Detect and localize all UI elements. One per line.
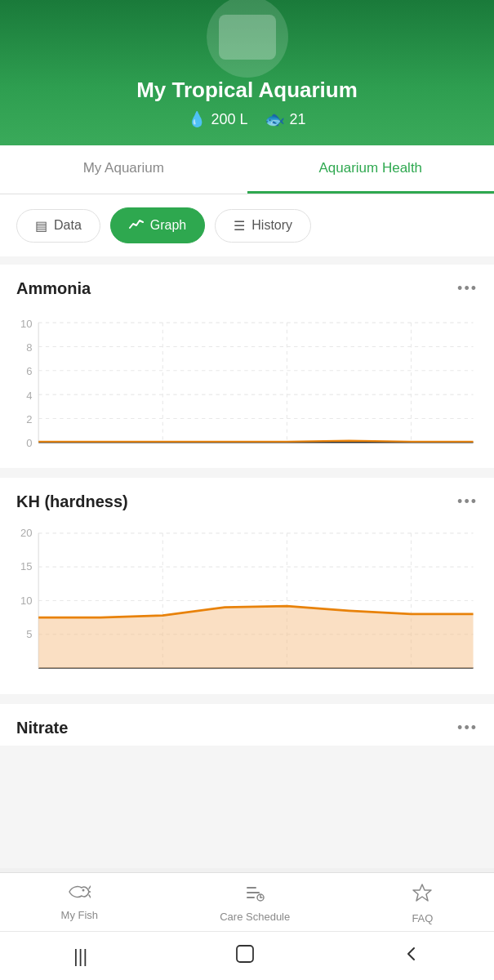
ammonia-chart-area: 10 8 6 4 2 0 [16, 311, 478, 453]
faq-nav-icon [412, 883, 433, 909]
svg-point-30 [82, 889, 85, 892]
svg-text:5: 5 [26, 628, 32, 640]
kh-chart-title: KH (hardness) [16, 492, 128, 511]
nav-my-fish[interactable]: My Fish [61, 883, 99, 924]
volume-value: 200 L [211, 111, 247, 128]
svg-text:8: 8 [26, 341, 32, 354]
kh-chart-area: 20 15 10 5 [16, 524, 478, 679]
nitrate-chart-title: Nitrate [16, 719, 68, 737]
nav-care-schedule-label: Care Schedule [220, 911, 290, 923]
nav-faq[interactable]: FAQ [412, 883, 433, 924]
tab-navigation: My Aquarium Aquarium Health [0, 145, 494, 194]
nav-my-fish-label: My Fish [61, 909, 99, 921]
system-back-button[interactable] [394, 937, 429, 976]
data-filter-icon: ▤ [35, 218, 47, 234]
fish-count-icon: 🐟 [265, 109, 285, 129]
ammonia-svg: 10 8 6 4 2 0 [16, 311, 478, 453]
aquarium-avatar [198, 0, 296, 74]
aquarium-stats: 💧 200 L 🐟 21 [188, 109, 305, 129]
kh-chart-card: KH (hardness) ••• 20 15 10 5 [0, 478, 494, 694]
ammonia-chart-card: Ammonia ••• 10 8 6 4 2 0 [0, 265, 494, 468]
system-menu-button[interactable]: ||| [65, 938, 96, 975]
fish-count-value: 21 [290, 111, 306, 128]
main-content: Ammonia ••• 10 8 6 4 2 0 [0, 256, 494, 868]
filter-bar: ▤ Data Graph ☰ History [0, 194, 494, 256]
svg-marker-37 [413, 884, 431, 901]
svg-text:10: 10 [20, 595, 32, 607]
tab-aquarium-health[interactable]: Aquarium Health [247, 145, 495, 194]
fish-count-stat: 🐟 21 [265, 109, 306, 129]
svg-text:20: 20 [20, 527, 32, 539]
nitrate-more-button[interactable]: ••• [457, 719, 478, 737]
bottom-navigation: My Fish Care Schedule FAQ [0, 872, 494, 931]
history-filter-icon: ☰ [234, 218, 245, 234]
care-schedule-nav-icon [244, 883, 265, 907]
nav-faq-label: FAQ [412, 912, 433, 924]
nitrate-chart-header: Nitrate ••• [16, 719, 478, 737]
ammonia-more-button[interactable]: ••• [457, 280, 478, 297]
history-filter-button[interactable]: ☰ History [215, 209, 311, 243]
svg-text:6: 6 [26, 365, 32, 377]
data-filter-label: Data [54, 218, 82, 233]
tab-my-aquarium[interactable]: My Aquarium [0, 145, 247, 194]
data-filter-button[interactable]: ▤ Data [16, 209, 100, 243]
kh-chart-header: KH (hardness) ••• [16, 492, 478, 511]
svg-text:15: 15 [20, 560, 32, 572]
volume-stat: 💧 200 L [188, 110, 247, 128]
graph-filter-icon [129, 216, 144, 234]
svg-text:4: 4 [26, 390, 32, 402]
fish-nav-icon [68, 883, 91, 906]
ammonia-chart-header: Ammonia ••• [16, 279, 478, 298]
svg-text:10: 10 [20, 318, 32, 330]
svg-text:0: 0 [26, 437, 32, 449]
nav-care-schedule[interactable]: Care Schedule [220, 883, 290, 924]
app-header: My Tropical Aquarium 💧 200 L 🐟 21 [0, 0, 494, 145]
system-navigation-bar: ||| [0, 931, 494, 980]
aquarium-title: My Tropical Aquarium [136, 78, 358, 103]
nitrate-chart-card: Nitrate ••• [0, 704, 494, 746]
system-home-button[interactable] [226, 935, 264, 978]
water-icon: 💧 [188, 110, 206, 128]
kh-more-button[interactable]: ••• [457, 493, 478, 510]
svg-marker-29 [38, 606, 473, 668]
graph-filter-label: Graph [150, 218, 186, 233]
history-filter-label: History [251, 218, 292, 233]
ammonia-chart-title: Ammonia [16, 279, 91, 298]
kh-svg: 20 15 10 5 [16, 524, 478, 679]
svg-text:2: 2 [26, 413, 32, 425]
svg-rect-38 [237, 946, 253, 962]
graph-filter-button[interactable]: Graph [110, 207, 205, 243]
